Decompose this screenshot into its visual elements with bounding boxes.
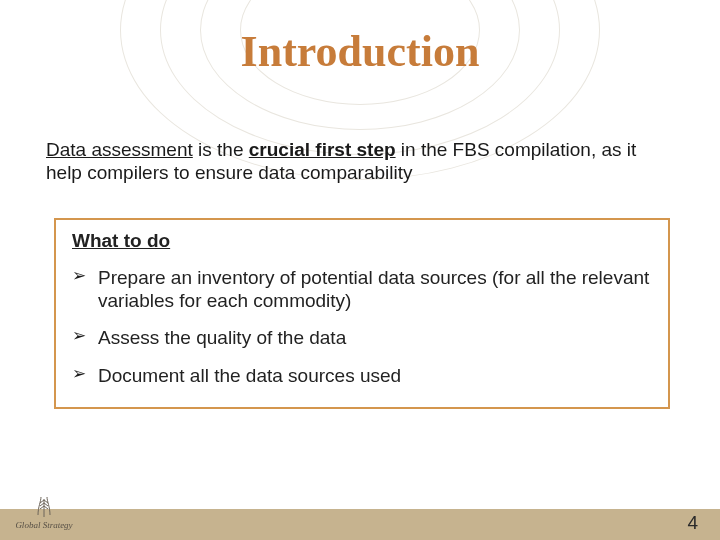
intro-paragraph: Data assessment is the crucial first ste… <box>46 138 674 184</box>
list-item: Prepare an inventory of potential data s… <box>72 266 652 312</box>
footer-logo: Global Strategy <box>14 493 74 530</box>
wheat-icon <box>27 493 61 519</box>
intro-underline-1: Data assessment <box>46 139 193 160</box>
box-heading: What to do <box>72 230 652 252</box>
intro-text-2: is the <box>193 139 249 160</box>
footer-bar <box>0 509 720 540</box>
logo-caption: Global Strategy <box>14 520 74 530</box>
slide-title: Introduction <box>0 26 720 77</box>
box-list: Prepare an inventory of potential data s… <box>72 266 652 387</box>
list-item: Document all the data sources used <box>72 364 652 387</box>
page-number: 4 <box>687 512 698 534</box>
what-to-do-box: What to do Prepare an inventory of poten… <box>54 218 670 409</box>
list-item: Assess the quality of the data <box>72 326 652 349</box>
intro-bold-underline: crucial first step <box>249 139 396 160</box>
